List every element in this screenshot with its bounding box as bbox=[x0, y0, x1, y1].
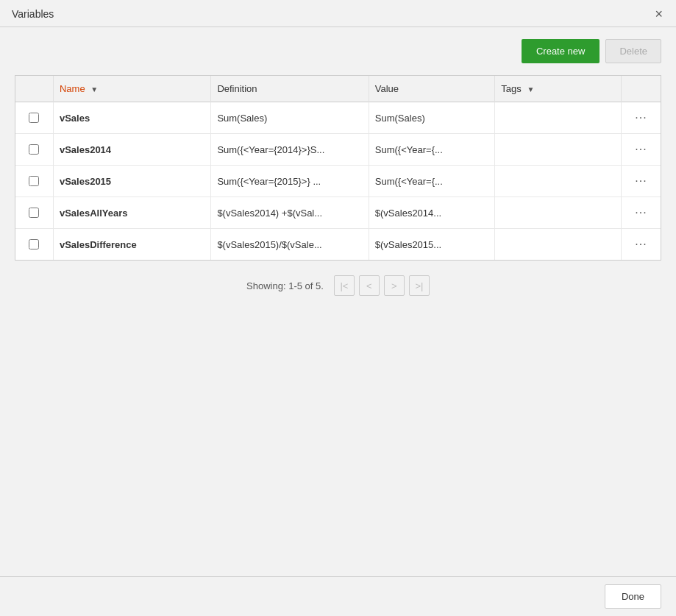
row-tags bbox=[495, 229, 622, 261]
row-actions-cell: ··· bbox=[621, 134, 661, 166]
table-row: vSales2014Sum({<Year={2014}>}S...Sum({<Y… bbox=[15, 134, 661, 166]
row-definition: Sum({<Year={2015}>} ... bbox=[211, 166, 369, 197]
row-more-button[interactable]: ··· bbox=[632, 173, 650, 189]
toolbar: Create new Delete bbox=[15, 39, 661, 63]
col-header-definition: Definition bbox=[211, 76, 369, 102]
row-checkbox[interactable] bbox=[29, 208, 39, 218]
table-header-row: Name ▼ Definition Value Tags ▼ bbox=[15, 76, 661, 102]
table-body: vSalesSum(Sales)Sum(Sales)···vSales2014S… bbox=[15, 102, 661, 261]
row-definition: $(vSales2015)/$(vSale... bbox=[211, 229, 369, 261]
pagination-text: Showing: 1-5 of 5. bbox=[246, 280, 324, 291]
delete-button: Delete bbox=[605, 39, 661, 63]
row-checkbox-cell bbox=[15, 229, 53, 261]
variables-table-container: Name ▼ Definition Value Tags ▼ bbox=[15, 75, 661, 261]
dialog-body: Create new Delete Name ▼ Definition bbox=[0, 27, 676, 576]
last-page-button[interactable]: >| bbox=[409, 275, 430, 296]
create-new-button[interactable]: Create new bbox=[522, 39, 599, 63]
done-button[interactable]: Done bbox=[605, 584, 661, 609]
col-header-name: Name ▼ bbox=[53, 76, 210, 102]
row-more-button[interactable]: ··· bbox=[632, 236, 650, 252]
row-tags bbox=[495, 197, 622, 229]
row-name: vSalesDifference bbox=[53, 229, 210, 261]
close-button[interactable]: × bbox=[653, 7, 664, 21]
table-row: vSalesSum(Sales)Sum(Sales)··· bbox=[15, 102, 661, 134]
name-filter-icon[interactable]: ▼ bbox=[90, 85, 98, 93]
dialog-title: Variables bbox=[12, 8, 54, 20]
row-more-button[interactable]: ··· bbox=[632, 110, 650, 126]
row-checkbox[interactable] bbox=[29, 144, 39, 155]
tags-filter-icon[interactable]: ▼ bbox=[527, 85, 534, 93]
pagination: Showing: 1-5 of 5. |< < > >| bbox=[15, 275, 661, 296]
row-definition: Sum(Sales) bbox=[211, 102, 369, 134]
col-header-tags: Tags ▼ bbox=[495, 76, 622, 102]
row-name: vSalesAllYears bbox=[53, 197, 210, 229]
row-checkbox-cell bbox=[15, 166, 53, 197]
dialog-footer: Done bbox=[0, 576, 676, 616]
row-actions-cell: ··· bbox=[621, 229, 661, 261]
variables-table: Name ▼ Definition Value Tags ▼ bbox=[15, 76, 661, 260]
row-checkbox-cell bbox=[15, 197, 53, 229]
row-name: vSales2014 bbox=[53, 134, 210, 166]
row-value: $(vSales2015... bbox=[369, 229, 495, 261]
table-row: vSalesDifference$(vSales2015)/$(vSale...… bbox=[15, 229, 661, 261]
row-checkbox[interactable] bbox=[29, 239, 39, 249]
row-actions-cell: ··· bbox=[621, 197, 661, 229]
row-checkbox[interactable] bbox=[29, 176, 39, 186]
row-value: Sum(Sales) bbox=[369, 102, 495, 134]
col-header-actions bbox=[621, 76, 661, 102]
row-actions-cell: ··· bbox=[621, 102, 661, 134]
row-more-button[interactable]: ··· bbox=[632, 141, 650, 157]
row-value: $(vSales2014... bbox=[369, 197, 495, 229]
table-row: vSales2015Sum({<Year={2015}>} ...Sum({<Y… bbox=[15, 166, 661, 197]
col-header-checkbox bbox=[15, 76, 53, 102]
row-tags bbox=[495, 166, 622, 197]
row-value: Sum({<Year={... bbox=[369, 134, 495, 166]
dialog-header: Variables × bbox=[0, 0, 676, 27]
row-checkbox-cell bbox=[15, 134, 53, 166]
row-actions-cell: ··· bbox=[621, 166, 661, 197]
row-name: vSales bbox=[53, 102, 210, 134]
row-more-button[interactable]: ··· bbox=[632, 205, 650, 221]
table-row: vSalesAllYears$(vSales2014) +$(vSal...$(… bbox=[15, 197, 661, 229]
row-checkbox[interactable] bbox=[29, 113, 39, 123]
row-value: Sum({<Year={... bbox=[369, 166, 495, 197]
col-header-value: Value bbox=[369, 76, 495, 102]
row-checkbox-cell bbox=[15, 102, 53, 134]
row-name: vSales2015 bbox=[53, 166, 210, 197]
row-tags bbox=[495, 134, 622, 166]
row-tags bbox=[495, 102, 622, 134]
variables-dialog: Variables × Create new Delete Name ▼ bbox=[0, 0, 676, 616]
row-definition: Sum({<Year={2014}>}S... bbox=[211, 134, 369, 166]
first-page-button[interactable]: |< bbox=[334, 275, 355, 296]
prev-page-button[interactable]: < bbox=[359, 275, 380, 296]
row-definition: $(vSales2014) +$(vSal... bbox=[211, 197, 369, 229]
next-page-button[interactable]: > bbox=[384, 275, 405, 296]
